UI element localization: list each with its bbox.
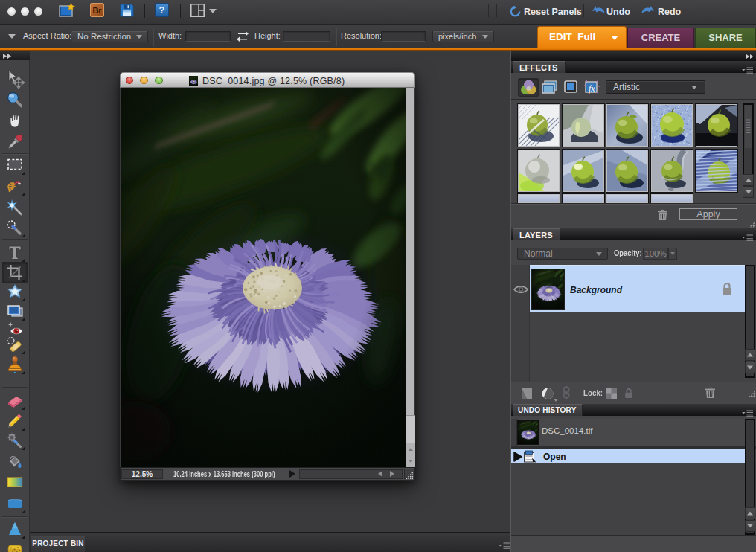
svg-text:fx: fx xyxy=(589,83,595,94)
